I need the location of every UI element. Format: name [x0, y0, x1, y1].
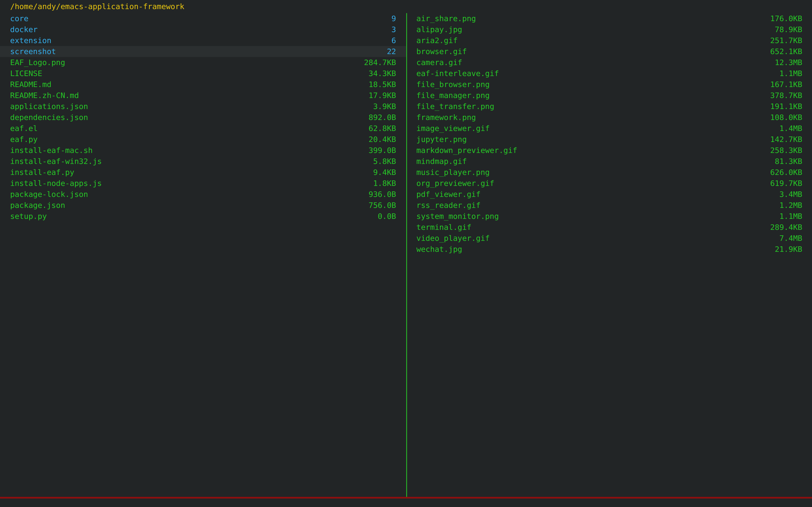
file-name: install-node-apps.js: [10, 178, 102, 189]
file-name: docker: [10, 24, 38, 35]
file-name: rss_reader.gif: [416, 200, 480, 211]
file-row[interactable]: terminal.gif 289.4KB: [407, 222, 812, 233]
file-name: system_monitor.png: [416, 211, 499, 222]
file-row[interactable]: install-eaf-win32.js 5.8KB: [0, 156, 406, 167]
file-row[interactable]: camera.gif 12.3MB: [407, 57, 812, 68]
file-row[interactable]: alipay.jpg 78.9KB: [407, 24, 812, 35]
file-name: image_viewer.gif: [416, 123, 490, 134]
file-row[interactable]: rss_reader.gif 1.2MB: [407, 200, 812, 211]
file-size: 12.3MB: [775, 57, 802, 68]
file-list-left: core 9 docker 3 extension 6 screenshot 2…: [0, 13, 406, 497]
file-row[interactable]: eaf.py 20.4KB: [0, 134, 406, 145]
file-row[interactable]: README.zh-CN.md 17.9KB: [0, 90, 406, 101]
file-size: 62.8KB: [368, 123, 396, 134]
file-row[interactable]: image_viewer.gif 1.4MB: [407, 123, 812, 134]
file-size: 756.0B: [368, 200, 396, 211]
file-list-right: air_share.png 176.0KB alipay.jpg 78.9KB …: [407, 13, 812, 497]
file-size: 142.7KB: [770, 134, 802, 145]
file-row[interactable]: applications.json 3.9KB: [0, 101, 406, 112]
file-row[interactable]: markdown_previewer.gif 258.3KB: [407, 145, 812, 156]
file-name: jupyter.png: [416, 134, 467, 145]
file-size: 34.3KB: [368, 68, 396, 79]
file-size: 3.4MB: [779, 189, 802, 200]
file-name: screenshot: [10, 46, 56, 57]
file-name: file_transfer.png: [416, 101, 494, 112]
file-row[interactable]: install-eaf.py 9.4KB: [0, 167, 406, 178]
file-name: org_previewer.gif: [416, 178, 494, 189]
file-row[interactable]: file_manager.png 378.7KB: [407, 90, 812, 101]
file-row[interactable]: dependencies.json 892.0B: [0, 112, 406, 123]
file-size: 652.1KB: [770, 46, 802, 57]
file-row[interactable]: wechat.jpg 21.9KB: [407, 244, 812, 255]
file-row[interactable]: eaf-interleave.gif 1.1MB: [407, 68, 812, 79]
file-size: 81.3KB: [775, 156, 802, 167]
file-name: LICENSE: [10, 68, 42, 79]
file-name: browser.gif: [416, 46, 467, 57]
file-size: 892.0B: [368, 112, 396, 123]
file-size: 9: [392, 13, 396, 24]
file-size: 1.8KB: [373, 178, 396, 189]
file-size: 176.0KB: [770, 13, 802, 24]
file-row[interactable]: file_browser.png 167.1KB: [407, 79, 812, 90]
file-size: 3: [392, 24, 396, 35]
file-size: 1.1MB: [779, 68, 802, 79]
file-name: eaf.py: [10, 134, 38, 145]
file-name: air_share.png: [416, 13, 476, 24]
file-size: 7.4MB: [779, 233, 802, 244]
file-size: 21.9KB: [775, 244, 802, 255]
file-name: pdf_viewer.gif: [416, 189, 480, 200]
modeline: 1:0 All ~ eaf ON-100% 08-12 20:40 四: [0, 499, 812, 507]
file-row[interactable]: mindmap.gif 81.3KB: [407, 156, 812, 167]
file-size: 18.5KB: [368, 79, 396, 90]
file-row[interactable]: system_monitor.png 1.1MB: [407, 211, 812, 222]
file-row[interactable]: eaf.el 62.8KB: [0, 123, 406, 134]
modeline-top-border: [0, 497, 812, 499]
file-name: dependencies.json: [10, 112, 88, 123]
file-name: aria2.gif: [416, 35, 458, 46]
file-row[interactable]: pdf_viewer.gif 3.4MB: [407, 189, 812, 200]
file-row[interactable]: jupyter.png 142.7KB: [407, 134, 812, 145]
file-panes: core 9 docker 3 extension 6 screenshot 2…: [0, 13, 812, 497]
file-row[interactable]: video_player.gif 7.4MB: [407, 233, 812, 244]
file-row[interactable]: extension 6: [0, 35, 406, 46]
file-row[interactable]: README.md 18.5KB: [0, 79, 406, 90]
file-name: EAF_Logo.png: [10, 57, 65, 68]
eaf-file-manager-window: /home/andy/emacs-application-framework c…: [0, 0, 812, 507]
file-size: 1.4MB: [779, 123, 802, 134]
file-name: install-eaf-win32.js: [10, 156, 102, 167]
file-row[interactable]: install-eaf-mac.sh 399.0B: [0, 145, 406, 156]
file-name: alipay.jpg: [416, 24, 462, 35]
file-row[interactable]: EAF_Logo.png 284.7KB: [0, 57, 406, 68]
file-row[interactable]: core 9: [0, 13, 406, 24]
file-name: markdown_previewer.gif: [416, 145, 517, 156]
file-name: eaf-interleave.gif: [416, 68, 499, 79]
file-name: install-eaf.py: [10, 167, 74, 178]
file-size: 251.7KB: [770, 35, 802, 46]
file-row[interactable]: screenshot 22: [0, 46, 406, 57]
file-size: 399.0B: [368, 145, 396, 156]
file-size: 191.1KB: [770, 101, 802, 112]
file-name: install-eaf-mac.sh: [10, 145, 93, 156]
file-row[interactable]: docker 3: [0, 24, 406, 35]
file-name: README.md: [10, 79, 51, 90]
file-size: 936.0B: [368, 189, 396, 200]
file-size: 289.4KB: [770, 222, 802, 233]
file-size: 0.0B: [378, 211, 396, 222]
file-row[interactable]: setup.py 0.0B: [0, 211, 406, 222]
file-name: setup.py: [10, 211, 47, 222]
file-row[interactable]: air_share.png 176.0KB: [407, 13, 812, 24]
file-row[interactable]: package-lock.json 936.0B: [0, 189, 406, 200]
file-row[interactable]: LICENSE 34.3KB: [0, 68, 406, 79]
file-row[interactable]: file_transfer.png 191.1KB: [407, 101, 812, 112]
file-row[interactable]: install-node-apps.js 1.8KB: [0, 178, 406, 189]
file-name: eaf.el: [10, 123, 38, 134]
file-row[interactable]: org_previewer.gif 619.7KB: [407, 178, 812, 189]
file-size: 619.7KB: [770, 178, 802, 189]
file-name: core: [10, 13, 29, 24]
file-row[interactable]: music_player.png 626.0KB: [407, 167, 812, 178]
file-row[interactable]: browser.gif 652.1KB: [407, 46, 812, 57]
file-row[interactable]: framework.png 108.0KB: [407, 112, 812, 123]
file-row[interactable]: package.json 756.0B: [0, 200, 406, 211]
file-name: video_player.gif: [416, 233, 490, 244]
file-row[interactable]: aria2.gif 251.7KB: [407, 35, 812, 46]
